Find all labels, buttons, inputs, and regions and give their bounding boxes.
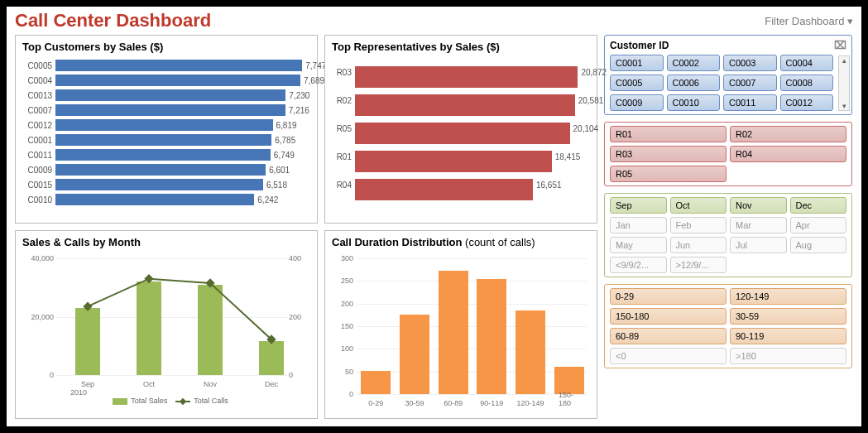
slicer-chip[interactable]: Jul bbox=[730, 237, 787, 253]
slicer-customer-body: C0001C0002C0003C0004C0005C0006C0007C0008… bbox=[610, 55, 833, 111]
y-tick: 40,000 bbox=[27, 254, 54, 262]
slicer-chip[interactable]: Sep bbox=[610, 197, 667, 214]
slicer-chip[interactable]: C0001 bbox=[610, 55, 664, 71]
slicer-rep: R01R02R03R04R05 bbox=[604, 122, 852, 186]
value-label: 7,230 bbox=[289, 91, 309, 100]
panel-title-main: Call Duration Distribution bbox=[332, 236, 462, 248]
panel-title-sub: (count of calls) bbox=[462, 236, 535, 248]
slicer-chip[interactable]: <0 bbox=[610, 348, 727, 364]
slicer-chip[interactable]: 0-29 bbox=[610, 288, 727, 305]
category-label: C0001 bbox=[22, 136, 55, 145]
value-label: 20,104 bbox=[573, 124, 599, 133]
category-label: C0015 bbox=[22, 180, 55, 190]
value-label: 6,819 bbox=[276, 121, 297, 130]
x-tick: Nov bbox=[194, 380, 227, 388]
slicer-chip[interactable]: Aug bbox=[790, 237, 847, 253]
slicer-chip[interactable]: >12/9/... bbox=[670, 257, 727, 273]
slicer-chip[interactable]: R01 bbox=[610, 126, 727, 142]
panel-top-customers: Top Customers by Sales ($) C00057,747C00… bbox=[15, 35, 318, 224]
slicer-chip[interactable]: C0002 bbox=[667, 55, 721, 71]
slicer-chip[interactable]: C0007 bbox=[723, 75, 777, 91]
x-tick: 0-29 bbox=[368, 399, 383, 407]
filter-dashboard-link[interactable]: Filter Dashboard bbox=[765, 15, 853, 27]
slicer-chip[interactable]: Feb bbox=[670, 217, 727, 233]
slicer-chip[interactable]: R02 bbox=[730, 126, 846, 142]
slicer-rep-body: R01R02R03R04R05 bbox=[610, 126, 846, 182]
y-tick: 0 bbox=[27, 371, 54, 379]
chart-bar: C00156,518 bbox=[22, 177, 310, 192]
slicer-chip[interactable]: C0008 bbox=[780, 75, 834, 91]
category-label: C0004 bbox=[22, 76, 55, 85]
value-label: 20,581 bbox=[578, 96, 604, 105]
slicer-chip[interactable]: C0005 bbox=[610, 75, 664, 91]
chart-bar: R0220,581 bbox=[332, 86, 590, 114]
category-label: C0012 bbox=[22, 121, 55, 130]
slicer-chip[interactable]: Apr bbox=[790, 217, 847, 233]
panel-title: Call Duration Distribution (count of cal… bbox=[332, 236, 590, 248]
slicer-chip[interactable]: Dec bbox=[790, 197, 847, 214]
chart-bar: C00106,242 bbox=[22, 192, 310, 207]
value-label: 7,689 bbox=[304, 76, 324, 85]
category-label: R03 bbox=[332, 68, 355, 77]
category-label: R02 bbox=[332, 96, 355, 105]
slicer-chip[interactable]: Mar bbox=[730, 217, 787, 233]
slicer-chip[interactable]: R03 bbox=[610, 146, 727, 162]
slicer-chip[interactable]: 90-119 bbox=[730, 328, 846, 344]
slicer-chip[interactable]: R04 bbox=[730, 146, 846, 162]
slicer-chip[interactable]: Nov bbox=[730, 197, 787, 214]
scroll-down-icon[interactable]: ▾ bbox=[842, 102, 846, 110]
value-label: 20,872 bbox=[581, 68, 607, 77]
chart-bar: C00096,601 bbox=[22, 162, 310, 177]
panel-top-reps: Top Representatives by Sales ($) R0320,8… bbox=[324, 35, 597, 224]
slicer-title: Customer ID ⌧ bbox=[610, 39, 846, 51]
slicer-chip[interactable]: 60-89 bbox=[610, 328, 727, 344]
slicer-chip[interactable]: C0009 bbox=[610, 94, 664, 111]
x-tick: 60-89 bbox=[444, 399, 463, 407]
category-label: C0007 bbox=[22, 106, 55, 115]
chart-bar: C00016,785 bbox=[22, 132, 310, 147]
slicer-chip[interactable]: May bbox=[610, 237, 667, 253]
slicer-chip[interactable]: 150-180 bbox=[610, 308, 727, 325]
y-tick: 100 bbox=[333, 344, 353, 353]
clear-filter-icon[interactable]: ⌧ bbox=[834, 39, 846, 51]
slicer-chip[interactable]: 120-149 bbox=[730, 288, 846, 305]
slicer-chip[interactable]: C0006 bbox=[667, 75, 721, 91]
slicer-chip[interactable]: C0011 bbox=[723, 94, 777, 111]
chart-bar bbox=[361, 371, 391, 394]
slicer-chip[interactable]: >180 bbox=[730, 348, 846, 364]
chart-bar: R0118,415 bbox=[332, 142, 590, 171]
value-label: 7,216 bbox=[289, 106, 309, 115]
chart-bar bbox=[400, 315, 429, 394]
slicer-chip[interactable]: C0010 bbox=[667, 94, 721, 111]
chart-bar bbox=[516, 310, 545, 394]
slicer-chip[interactable]: R05 bbox=[610, 166, 727, 182]
dashboard-page: Call Center Dashboard Filter Dashboard T… bbox=[7, 7, 861, 426]
slicer-month: SepOctNovDecJanFebMarAprMayJunJulAug<9/9… bbox=[604, 193, 852, 277]
chart-bar: R0320,872 bbox=[332, 58, 590, 86]
chart-bar: R0416,651 bbox=[332, 171, 590, 199]
y-tick: 150 bbox=[333, 322, 353, 330]
svg-rect-1 bbox=[144, 274, 153, 283]
sales-calls-chart: 020,00040,0000200400SepOctNovDec2010Tota… bbox=[22, 253, 310, 407]
page-title: Call Center Dashboard bbox=[15, 10, 211, 31]
slicer-chip[interactable]: C0003 bbox=[723, 55, 777, 71]
category-label: C0013 bbox=[22, 91, 55, 100]
scroll-up-icon[interactable]: ▴ bbox=[842, 56, 846, 65]
header-row: Call Center Dashboard Filter Dashboard bbox=[15, 10, 853, 31]
x-tick: Sep bbox=[71, 380, 104, 388]
slicer-month-body: SepOctNovDecJanFebMarAprMayJunJulAug<9/9… bbox=[610, 197, 846, 273]
scrollbar[interactable]: ▴ ▾ bbox=[838, 55, 850, 111]
slicer-chip[interactable]: 30-59 bbox=[730, 308, 846, 325]
slicer-chip[interactable]: <9/9/2... bbox=[610, 257, 667, 273]
slicer-duration: 0-29120-149150-18030-5960-8990-119<0>180 bbox=[604, 284, 852, 368]
slicer-chip[interactable]: Oct bbox=[670, 197, 727, 214]
category-label: R01 bbox=[332, 152, 355, 161]
slicer-chip[interactable]: Jun bbox=[670, 237, 727, 253]
slicer-chip[interactable]: Jan bbox=[610, 217, 667, 233]
slicer-chip[interactable]: C0004 bbox=[780, 55, 834, 71]
top-customers-chart: C00057,747C00047,689C00137,230C00077,216… bbox=[22, 58, 310, 207]
x-tick: 90-119 bbox=[480, 399, 503, 407]
slicer-chip[interactable]: C0012 bbox=[780, 94, 834, 111]
chart-bar bbox=[439, 271, 468, 394]
value-label: 6,601 bbox=[269, 166, 290, 175]
